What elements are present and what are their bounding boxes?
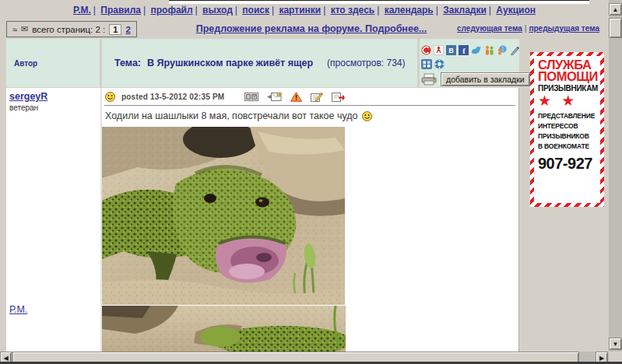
svg-text:В: В [448, 47, 454, 54]
nav-separator: | [374, 5, 381, 16]
forum-page: Р.М.| Правила| профайл| выход| поиск| ка… [0, 0, 622, 364]
nav-link-bookmarks[interactable]: Закладки [443, 5, 487, 16]
views-counter: (просмотров: 734) [327, 58, 405, 68]
smiley-icon [105, 92, 115, 102]
nav-link-calendar[interactable]: календарь [385, 5, 434, 16]
pencil-share-icon[interactable] [509, 45, 520, 55]
vertical-scrollbar-track[interactable] [609, 0, 622, 352]
nav-link-images[interactable]: картинки [279, 5, 321, 16]
ad-body-line3: ПРИЗЫВНИКОВ [538, 132, 597, 140]
scroll-down-button[interactable]: ▼ [609, 338, 622, 350]
nav-separator: | [434, 5, 441, 16]
pages-label: всего страниц: 2 : [32, 25, 105, 34]
post-action-icons [244, 92, 345, 102]
share-icons-row-1: В f [421, 44, 519, 56]
gear-circle-share-icon[interactable] [434, 59, 445, 69]
user-globe-share-icon[interactable] [497, 45, 507, 55]
nav-link-auction[interactable]: Аукцион [496, 5, 536, 16]
nav-separator: | [269, 5, 276, 16]
ad-title-line2: ПОМОЩИ [538, 71, 597, 82]
nav-link-search[interactable]: поиск [242, 5, 269, 16]
post-header-bar: posted 13-5-2012 02:35 PM [105, 90, 345, 103]
ad-stars: ★ ★ [538, 93, 597, 110]
author-column-header: Автор [6, 39, 100, 87]
pm-wave-icon[interactable]: ≈ [12, 25, 17, 34]
ad-body-line2: ИНТЕРЕСОВ [538, 122, 597, 130]
nav-link-pm[interactable]: Р.М. [73, 5, 91, 16]
nav-link-who-is-here[interactable]: кто здесь [331, 5, 375, 16]
top-cropped-field [169, 0, 589, 4]
edit-pencil-icon[interactable] [311, 92, 323, 102]
post-divider [104, 105, 515, 106]
post-image-lizard-head [102, 127, 345, 305]
post-author-rank: ветеран [9, 103, 100, 112]
topic-tools: В f добавить в закладки [420, 39, 519, 87]
report-warning-icon[interactable] [290, 92, 302, 102]
post-body: Ходили на шашлыки 8 мая, повстречали вот… [105, 110, 372, 121]
topic-title: В Ярушкинском парке живёт ящер [147, 58, 313, 68]
nav-separator: | [233, 5, 240, 16]
author-header-label: Автор [14, 59, 37, 68]
post-author-link[interactable]: sergeyR [9, 91, 47, 102]
bookmark-row: добавить в закладки [421, 72, 519, 86]
grid-window-share-icon[interactable] [421, 59, 432, 69]
post-date: posted 13-5-2012 02:35 PM [121, 93, 224, 101]
nav-separator: | [321, 5, 328, 16]
printer-icon[interactable] [421, 73, 437, 86]
prev-topic-link[interactable]: предыдущая тема [529, 24, 599, 33]
post-cell: posted 13-5-2012 02:35 PM Ходили на шашл… [102, 88, 519, 352]
nav-separator: | [91, 5, 98, 16]
nav-separator: | [193, 5, 200, 16]
nav-separator: | [487, 5, 494, 16]
pm-author-link[interactable]: Р.М. [9, 304, 27, 315]
person-share-icon[interactable] [434, 45, 444, 55]
next-topic-link[interactable]: следующая тема [457, 24, 522, 33]
email-envelope-icon[interactable] [267, 92, 282, 102]
top-nav: Р.М.| Правила| профайл| выход| поиск| ка… [0, 5, 609, 19]
ad-body-line4: В ВОЕНКОМАТЕ [538, 142, 597, 150]
vertical-scrollbar-thumb[interactable] [609, 18, 622, 38]
sidebar-ad[interactable]: СЛУЖБА ПОМОЩИ ПРИЗЫВНИКАМ ★ ★ ПРЕДСТАВЛЕ… [530, 52, 604, 207]
twitter-bird-icon[interactable] [471, 45, 482, 55]
pm-card-icon[interactable] [244, 92, 258, 102]
nav-link-profile[interactable]: профайл [150, 5, 192, 16]
share-icons-row-2 [421, 58, 519, 70]
people-pair-share-icon[interactable] [484, 45, 494, 55]
nav-link-rules[interactable]: Правила [100, 5, 141, 16]
vkontakte-icon[interactable]: В [446, 45, 456, 55]
facebook-icon[interactable]: f [459, 45, 469, 55]
topic-label: Тема: [114, 58, 141, 68]
nav-separator: | [141, 5, 148, 16]
add-bookmark-button[interactable]: добавить в закладки [441, 72, 530, 86]
ad-subtitle: ПРИЗЫВНИКАМ [538, 84, 597, 93]
ad-phone-number: 907-927 [538, 155, 597, 173]
ad-body-line1: ПРЕДСТАВЛЕНИЕ [538, 112, 597, 120]
quote-reply-icon[interactable] [332, 92, 345, 102]
ad-content: СЛУЖБА ПОМОЩИ ПРИЗЫВНИКАМ ★ ★ ПРЕДСТАВЛЕ… [534, 56, 600, 203]
scroll-up-button[interactable]: ▲ [609, 3, 622, 16]
pm-mail-icon[interactable]: ✉ [21, 24, 28, 34]
post-image-lizard-body [102, 306, 346, 352]
red-circle-share-icon[interactable] [421, 45, 431, 55]
nav-link-logout[interactable]: выход [202, 5, 233, 16]
smiley-icon [362, 111, 372, 121]
author-cell: sergeyR ветеран Р.М. [6, 88, 100, 352]
topic-navigation: следующая тема|предыдущая тема [457, 24, 599, 33]
post-body-text: Ходили на шашлыки 8 мая, повстречали вот… [105, 110, 358, 121]
topic-header: Тема: В Ярушкинском парке живёт ящер (пр… [102, 39, 417, 87]
